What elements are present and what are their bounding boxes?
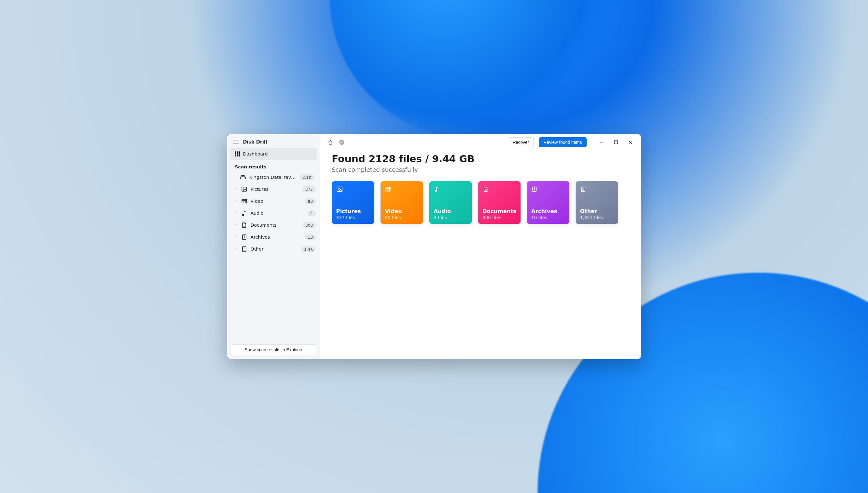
app-window: Disk Drill Dashboard Scan results Kingst… [227,134,641,359]
sidebar-item-count: 377 [303,186,316,192]
sidebar-device-label: Kingston DataTraveler E… [249,175,296,180]
sidebar-item-label: Documents [250,222,299,228]
show-in-explorer-button[interactable]: Show scan results in Explorer [231,344,316,355]
svg-rect-20 [337,187,342,192]
svg-point-10 [244,177,245,178]
card-documents[interactable]: Documents300 files [478,181,520,224]
page-title: Found 2128 files / 9.44 GB [332,153,629,164]
sidebar-item-label: Video [250,199,302,204]
app-title: Disk Drill [243,139,267,145]
card-subtitle: 300 files [483,215,516,220]
svg-rect-1 [237,151,238,153]
window-minimize-button[interactable] [594,137,609,147]
sidebar-item-count: 4 [308,210,316,216]
sidebar-tree: ›Pictures377›Video80›Audio4›Documents300… [227,183,320,255]
card-subtitle: 4 files [434,215,467,220]
card-title: Documents [483,208,516,214]
svg-rect-2 [239,151,240,153]
chevron-right-icon: › [234,187,238,191]
grid-icon [235,151,240,156]
svg-rect-13 [242,199,247,203]
sidebar-item-count: 80 [305,198,316,204]
video-icon [241,198,247,205]
content: Found 2128 files / 9.44 GB Scan complete… [320,150,641,231]
svg-rect-11 [242,187,247,191]
window-controls [594,137,638,147]
svg-rect-0 [235,151,236,153]
drive-icon [240,175,246,179]
sidebar-item-count: 10 [305,234,316,240]
svg-rect-5 [239,153,240,155]
category-cards: Pictures377 filesVideo80 filesAudio4 fil… [332,181,629,224]
recover-button[interactable]: Recover [508,137,534,147]
sidebar-device[interactable]: Kingston DataTraveler E… 2.1K [227,171,320,183]
svg-rect-3 [235,153,236,155]
sidebar-item-label: Audio [250,211,304,216]
card-other[interactable]: Other1,357 files [576,181,618,224]
chevron-right-icon: › [234,199,238,203]
card-title: Audio [434,208,467,214]
card-title: Video [385,208,419,214]
sidebar-section-label: Scan results [227,160,320,171]
svg-point-12 [243,188,244,189]
svg-rect-8 [239,155,240,156]
card-title: Archives [531,208,565,214]
card-title: Other [580,208,614,214]
main-panel: Recover Review found items Found 2128 fi… [320,134,641,359]
other-icon [241,245,247,253]
card-video[interactable]: Video80 files [380,181,423,224]
chevron-right-icon: › [234,211,238,215]
hamburger-icon[interactable] [233,140,239,144]
sidebar-item-video[interactable]: ›Video80 [227,195,320,207]
documents-icon [483,186,516,196]
card-subtitle: 10 files [531,215,565,220]
sidebar-item-label: Archives [250,235,302,240]
sidebar-item-count: 300 [303,222,316,228]
sidebar-item-archives[interactable]: ›Archives10 [227,231,320,243]
other-icon [580,186,614,196]
card-pictures[interactable]: Pictures377 files [332,181,374,224]
audio-icon [241,210,247,217]
sidebar: Disk Drill Dashboard Scan results Kingst… [227,134,320,359]
chevron-right-icon: › [234,247,238,251]
video-icon [385,186,419,196]
sidebar-item-documents[interactable]: ›Documents300 [227,219,320,231]
sidebar-item-label: Dashboard [243,151,268,156]
window-close-button[interactable] [623,137,638,147]
sidebar-footer: Show scan results in Explorer [227,341,320,359]
card-title: Pictures [336,208,370,214]
svg-rect-19 [614,141,618,144]
card-archives[interactable]: Archives10 files [527,181,569,224]
svg-rect-4 [237,153,238,155]
sidebar-item-audio[interactable]: ›Audio4 [227,207,320,219]
card-subtitle: 80 files [385,215,419,220]
sidebar-device-count: 2.1K [299,174,314,180]
card-subtitle: 1,357 files [580,215,614,220]
sidebar-item-count: 1.4K [301,246,316,252]
pictures-icon [336,186,370,196]
page-subtitle: Scan completed successfully [332,166,629,173]
sidebar-header: Disk Drill [227,137,320,148]
sidebar-item-pictures[interactable]: ›Pictures377 [227,183,320,195]
svg-rect-22 [386,187,391,191]
svg-point-21 [338,188,339,189]
svg-rect-18 [600,142,603,142]
archives-icon [241,234,247,240]
sidebar-item-other[interactable]: ›Other1.4K [227,243,320,255]
review-found-items-button[interactable]: Review found items [539,137,587,147]
sidebar-item-label: Other [250,246,298,252]
window-maximize-button[interactable] [609,137,623,147]
svg-rect-15 [244,237,245,238]
sidebar-item-dashboard[interactable]: Dashboard [230,148,317,160]
pictures-icon [241,186,247,193]
audio-icon [434,186,467,196]
sidebar-item-label: Pictures [250,187,299,192]
documents-icon [241,222,247,229]
svg-rect-7 [237,155,238,156]
card-audio[interactable]: Audio4 files [429,181,472,224]
toolbar: Recover Review found items [320,134,641,150]
home-button[interactable] [327,139,334,146]
svg-rect-6 [235,155,236,156]
chevron-right-icon: › [234,235,238,239]
chevron-right-icon: › [234,223,238,227]
